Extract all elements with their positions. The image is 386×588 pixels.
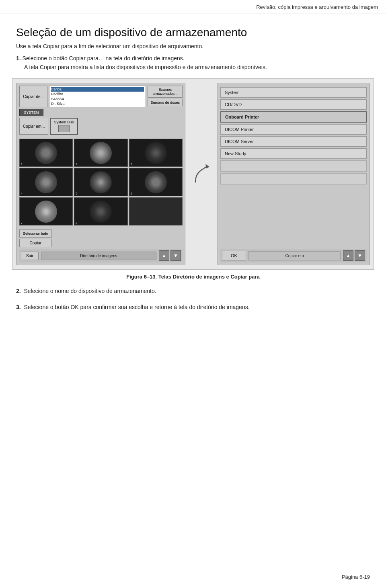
step-3-number: 3. [16, 304, 21, 310]
device-empty-2 [220, 173, 367, 184]
image-cell-empty [129, 197, 183, 225]
image-cell-7[interactable]: 7 [19, 197, 73, 225]
system-disk-button[interactable]: System Disk [50, 118, 78, 135]
step-1-block: 1. Selecione o botão Copiar para… na tel… [16, 55, 370, 70]
image-cell-6[interactable]: 6 [129, 168, 183, 196]
copiar-em-row: Copiar em... System Disk [19, 118, 183, 135]
name-s433s4[interactable]: S433S4 [51, 96, 144, 101]
step-3-text: Selecione o botão OK para confirmar sua … [24, 304, 249, 310]
copiar-button[interactable]: Copiar [19, 239, 52, 247]
step-1-subtext: A tela Copiar para mostra a lista dos di… [24, 64, 370, 70]
copiar-de-button[interactable]: Copiar de... [19, 86, 47, 107]
figure-caption: Figura 6–13. Telas Diretório de imagens … [126, 274, 259, 280]
device-new-study[interactable]: New Study [220, 148, 367, 159]
arrow-down-button[interactable]: ▼ [170, 250, 181, 261]
selecionar-tudo-button[interactable]: Selecionar tudo [19, 229, 52, 238]
disk-icon [58, 125, 70, 132]
device-system[interactable]: System [220, 87, 367, 98]
bottom-buttons: Selecionar tudo Copiar [19, 229, 183, 247]
right-panel-footer: OK Copiar em ▲ ▼ [220, 249, 367, 262]
name-padilho[interactable]: Padilho [51, 92, 144, 96]
sumario-button[interactable]: Sumário de doses [148, 99, 183, 106]
device-empty-1 [220, 160, 367, 172]
arrow-between-panels [192, 83, 211, 265]
step-2-line: 2. Selecione o nome do dispositivo de ar… [16, 288, 370, 294]
copiar-em-button[interactable]: Copiar em... [19, 118, 48, 135]
system-button[interactable]: SYSTEM [19, 109, 43, 116]
image-grid: 1 2 3 4 5 [19, 139, 183, 225]
arrow-up-button[interactable]: ▲ [159, 250, 169, 261]
image-cell-2[interactable]: 2 [74, 139, 127, 167]
device-cddvd[interactable]: CD/DVD [220, 99, 367, 110]
exames-button[interactable]: Examesarmazenados... [148, 86, 183, 98]
device-dicom-server[interactable]: DICOM Server [220, 136, 367, 147]
right-nav-arrows: ▲ ▼ [343, 250, 365, 261]
figure-container: Copiar de... Carlos Padilho S433S4 Dr. S… [16, 78, 370, 280]
left-panel-footer: Sair Diretório de imagens ▲ ▼ [19, 249, 183, 262]
figure-caption-text: Figura 6–13. Telas Diretório de imagens … [126, 274, 259, 280]
name-dr-silva[interactable]: Dr. Silva [51, 101, 144, 106]
right-arrow-down-button[interactable]: ▼ [355, 250, 365, 261]
step-2-text: Selecione o nome do dispositivo de armaz… [24, 288, 156, 294]
right-panel: System CD/DVD Onboard Printer DICOM Prin… [218, 83, 370, 265]
left-panel: Copiar de... Carlos Padilho S433S4 Dr. S… [16, 83, 185, 265]
device-onboard-printer[interactable]: Onboard Printer [220, 111, 367, 123]
image-cell-3[interactable]: 3 [129, 139, 183, 167]
image-cell-8[interactable]: 8 [74, 197, 127, 225]
copiar-em-label: Copiar em [248, 251, 341, 260]
page-header: Revisão, cópia impressa e arquivamento d… [0, 0, 386, 14]
step-1-line: 1. Selecione o botão Copiar para… na tel… [16, 55, 370, 61]
system-row: SYSTEM [19, 109, 183, 116]
page-footer: Página 6-19 [342, 574, 370, 580]
image-cell-5[interactable]: 5 [74, 168, 127, 196]
names-list: Carlos Padilho S433S4 Dr. Silva [49, 86, 146, 107]
header-title: Revisão, cópia impressa e arquivamento d… [256, 4, 378, 10]
step-1-number: 1. [16, 55, 21, 61]
panel-top-row: Copiar de... Carlos Padilho S433S4 Dr. S… [19, 86, 183, 107]
intro-text: Use a tela Copiar para a fim de selecion… [16, 43, 370, 49]
ok-button[interactable]: OK [222, 251, 246, 260]
system-disk-label: System Disk [54, 120, 74, 124]
svg-marker-0 [205, 164, 209, 168]
page-number: Página 6-19 [342, 574, 370, 580]
diretorio-label: Diretório de imagens [41, 252, 156, 260]
device-dicom-printer[interactable]: DICOM Printer [220, 124, 367, 135]
step-2-number: 2. [16, 288, 21, 294]
step-1-text: Selecione o botão Copiar para… na tela d… [23, 55, 185, 61]
image-cell-4[interactable]: 4 [19, 168, 73, 196]
step-3-line: 3. Selecione o botão OK para confirmar s… [16, 304, 370, 310]
steps-below: 2. Selecione o nome do dispositivo de ar… [16, 288, 370, 310]
nav-arrows: ▲ ▼ [159, 250, 181, 261]
name-carlos[interactable]: Carlos [51, 87, 144, 92]
main-content: Seleção de um dispositivo de armazenamen… [0, 14, 386, 329]
sair-button[interactable]: Sair [21, 252, 39, 260]
right-arrow-up-button[interactable]: ▲ [343, 250, 353, 261]
image-cell-1[interactable]: 1 [19, 139, 73, 167]
section-title: Seleção de um dispositivo de armazenamen… [16, 26, 370, 39]
figure-panels: Copiar de... Carlos Padilho S433S4 Dr. S… [12, 78, 374, 270]
device-list: System CD/DVD Onboard Printer DICOM Prin… [220, 86, 367, 246]
